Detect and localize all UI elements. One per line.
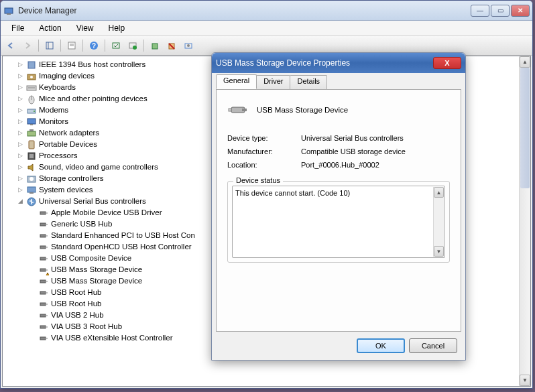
ok-button[interactable]: OK [357,338,405,353]
svg-point-19 [30,76,33,78]
cancel-button[interactable]: Cancel [409,338,457,353]
svg-rect-42 [40,235,46,237]
svg-rect-61 [46,326,48,328]
svg-rect-40 [40,223,46,226]
expander-icon[interactable]: ▷ [16,70,24,82]
expander-icon[interactable]: ◢ [16,196,24,207]
usb-plug-icon [38,253,49,264]
dialog-close-button[interactable]: X [433,57,461,69]
scroll-down-button[interactable]: ▼ [520,375,530,386]
usb-plug-icon [38,276,49,287]
mouse-icon [26,94,37,105]
tree-label: Universal Serial Bus controllers [39,196,146,207]
enable-button[interactable] [147,38,162,53]
expander-icon[interactable]: ▷ [16,82,24,93]
svg-rect-28 [27,131,36,136]
expander-icon[interactable]: ▷ [16,59,24,70]
expander-icon[interactable]: ▷ [16,173,24,184]
svg-rect-49 [46,269,48,271]
tree-label: Portable Devices [39,139,97,150]
svg-rect-43 [46,235,48,237]
forward-button[interactable] [20,38,35,53]
device-status-text: This device cannot start. (Code 10) [235,189,350,197]
svg-rect-0 [5,8,13,13]
tree-label: Monitors [39,116,68,127]
svg-rect-66 [229,109,231,111]
location-value: Port_#0006.Hub_#0002 [301,161,450,169]
svg-rect-17 [28,62,35,68]
tab-panel-general: USB Mass Storage Device Device type: Uni… [216,89,461,332]
keyboard-icon [26,82,37,93]
device-type-value: Universal Serial Bus controllers [301,134,450,142]
svg-rect-38 [40,212,46,214]
usb-plug-icon [38,242,49,253]
svg-rect-36 [29,192,34,194]
tree-label: Mice and other pointing devices [39,93,147,105]
tree-label: USB Composite Device [51,253,131,264]
status-scrollbar[interactable]: ▲ ▼ [433,187,444,257]
menu-view[interactable]: View [70,22,101,34]
titlebar[interactable]: Device Manager — ▭ ✕ [1,1,532,21]
svg-text:?: ? [92,42,96,50]
device-type-label: Device type: [227,134,301,142]
expander-icon[interactable]: ▷ [16,161,24,173]
svg-rect-35 [27,187,36,192]
back-button[interactable] [3,38,18,53]
usb-plug-icon [38,219,49,230]
svg-rect-32 [29,154,34,158]
expander-icon[interactable]: ▷ [16,93,24,105]
status-scroll-up[interactable]: ▲ [434,187,444,198]
scroll-thumb[interactable] [520,68,530,188]
expander-icon[interactable]: ▷ [16,127,24,139]
show-hide-tree-button[interactable] [42,38,57,53]
dialog-titlebar[interactable]: USB Mass Storage Device Properties X [212,53,465,73]
update-driver-button[interactable] [125,38,140,53]
menu-file[interactable]: File [5,22,31,34]
tree-label: Generic USB Hub [51,218,112,230]
tree-label: Imaging devices [39,70,95,82]
minimize-button[interactable]: — [471,5,489,17]
expander-icon[interactable]: ▷ [16,184,24,196]
uninstall-button[interactable] [164,38,179,53]
device-status-label: Device status [233,176,283,184]
app-icon [3,5,14,16]
svg-rect-59 [46,315,48,316]
svg-rect-41 [46,224,48,225]
scan-hardware-button[interactable] [181,38,196,53]
chip-icon [26,60,37,70]
device-name: USB Mass Storage Device [257,106,348,114]
menu-help[interactable]: Help [102,22,132,34]
toolbar-separator [105,40,105,52]
close-button[interactable]: ✕ [511,5,530,17]
svg-point-11 [133,46,137,50]
svg-rect-54 [40,291,46,294]
svg-rect-56 [40,303,46,306]
maximize-button[interactable]: ▭ [491,5,510,17]
window-title: Device Manager [18,6,471,15]
expander-icon[interactable]: ▷ [16,116,24,127]
status-scroll-down[interactable]: ▼ [434,246,444,257]
location-label: Location: [227,161,301,169]
tab-general[interactable]: General [216,74,257,89]
tab-details[interactable]: Details [290,75,327,90]
scroll-up-button[interactable]: ▲ [520,56,530,68]
expander-icon[interactable]: ▷ [16,150,24,161]
svg-rect-2 [46,42,53,49]
svg-rect-9 [113,43,119,48]
svg-rect-29 [29,129,34,131]
scan-button[interactable] [109,38,123,53]
menu-action[interactable]: Action [32,22,68,34]
vertical-scrollbar[interactable]: ▲ ▼ [519,56,530,386]
expander-icon[interactable]: ▷ [16,105,24,116]
svg-point-25 [34,111,35,112]
device-status-textarea[interactable]: This device cannot start. (Code 10) ▲ ▼ [232,186,445,258]
expander-icon[interactable]: ▷ [16,139,24,150]
toolbar-separator [82,40,83,52]
properties-button[interactable] [64,38,79,53]
cpu-icon [26,151,37,161]
properties-dialog: USB Mass Storage Device Properties X Gen… [211,52,466,361]
help-button[interactable]: ? [86,38,101,53]
tab-driver[interactable]: Driver [256,75,290,90]
svg-rect-52 [40,280,46,283]
sound-icon [26,162,37,173]
